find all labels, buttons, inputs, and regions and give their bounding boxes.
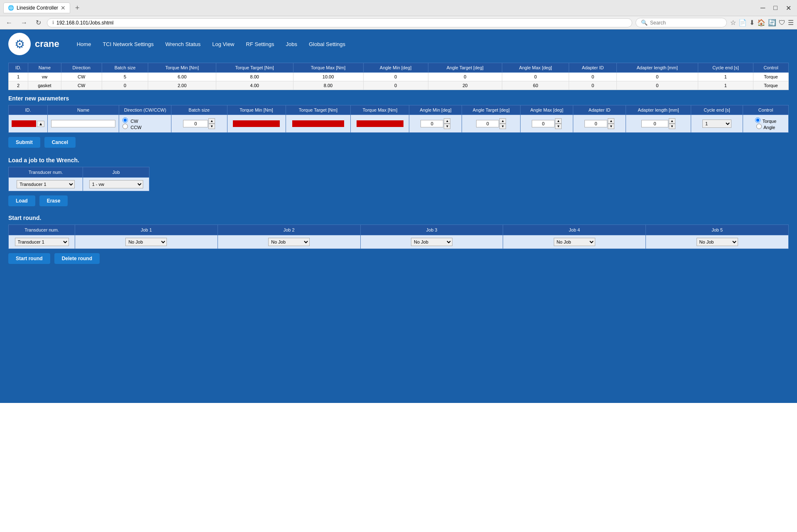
- torque-target-input[interactable]: [292, 120, 345, 127]
- torque-text: Torque: [763, 119, 777, 124]
- download-icon[interactable]: ⬇: [749, 19, 755, 27]
- browser-tab[interactable]: 🌐 Lineside Controller ✕: [3, 2, 70, 13]
- form-col-direction: Direction (CW/CCW): [119, 105, 171, 115]
- nav-rf-settings[interactable]: RF Settings: [245, 39, 275, 49]
- torque-max-input[interactable]: [357, 120, 403, 127]
- home-icon[interactable]: 🏠: [757, 19, 765, 27]
- col-torque-max: Torque Max [Nm]: [293, 63, 363, 73]
- nav-tci-network-settings[interactable]: TCI Network Settings: [102, 39, 154, 49]
- col-id: ID.: [9, 63, 28, 73]
- adapter-length-down[interactable]: ▼: [669, 124, 675, 129]
- angle-max-up[interactable]: ▲: [555, 118, 562, 124]
- load-button[interactable]: Load: [8, 195, 35, 206]
- round-transducer-select[interactable]: Transducer 1 Transducer 2: [15, 238, 69, 246]
- adapter-length-input[interactable]: [641, 120, 668, 127]
- angle-min-down[interactable]: ▼: [444, 124, 450, 129]
- round-job2-cell: No Job 1 - vw 2 - gasket: [218, 235, 360, 249]
- round-col-job1: Job 1: [75, 225, 218, 235]
- load-job-select[interactable]: 1 - vw 2 - gasket: [89, 180, 143, 188]
- id-input[interactable]: [12, 120, 37, 127]
- bookmark-star-icon[interactable]: ☆: [730, 19, 736, 27]
- load-col-job: Job: [83, 167, 149, 178]
- load-transducer-select[interactable]: Transducer 1 Transducer 2: [17, 180, 75, 188]
- angle-target-input[interactable]: [476, 120, 499, 127]
- torque-min-input[interactable]: [233, 120, 279, 127]
- torque-radio[interactable]: [755, 117, 760, 123]
- angle-target-down[interactable]: ▼: [499, 124, 506, 129]
- adapter-id-input[interactable]: [584, 120, 607, 127]
- nav-home[interactable]: Home: [76, 39, 92, 49]
- url-bar[interactable]: ℹ: [47, 18, 632, 27]
- torque-control-label[interactable]: Torque: [745, 117, 787, 124]
- adapter-length-up[interactable]: ▲: [669, 118, 675, 124]
- form-adapter-id-cell: ▲ ▼: [573, 115, 626, 133]
- adapter-id-down[interactable]: ▼: [608, 124, 614, 129]
- form-col-torque-max: Torque Max [Nm]: [351, 105, 409, 115]
- nav-global-settings[interactable]: Global Settings: [308, 39, 346, 49]
- nav-jobs[interactable]: Jobs: [285, 39, 298, 49]
- form-cycle-end-cell: 1 2 3: [691, 115, 743, 133]
- round-job4-cell: No Job 1 - vw 2 - gasket: [503, 235, 646, 249]
- cycle-end-select[interactable]: 1 2 3: [702, 120, 731, 128]
- cw-radio[interactable]: [122, 117, 128, 123]
- form-col-control: Control: [743, 105, 789, 115]
- round-job3-select[interactable]: No Job 1 - vw 2 - gasket: [411, 238, 452, 246]
- cw-label[interactable]: CW: [122, 117, 167, 124]
- shield-icon[interactable]: 🛡: [779, 19, 785, 27]
- form-col-angle-target: Angle Target [deg]: [462, 105, 521, 115]
- delete-round-button[interactable]: Delete round: [54, 253, 100, 264]
- jobs-table: ID. Name Direction Batch size Torque Min…: [8, 63, 789, 90]
- logo-area: ⚙: [8, 33, 31, 55]
- reader-view-icon[interactable]: 📄: [738, 19, 747, 27]
- search-input[interactable]: [650, 20, 712, 26]
- batch-spin-up[interactable]: ▲: [208, 118, 215, 124]
- search-bar[interactable]: 🔍: [636, 18, 727, 27]
- angle-max-input[interactable]: [532, 120, 555, 127]
- nav-wrench-status[interactable]: Wrench Status: [164, 39, 201, 49]
- round-job1-select[interactable]: No Job 1 - vw 2 - gasket: [125, 238, 167, 246]
- table-cell: 8.00: [216, 73, 293, 81]
- form-direction-cell: CW CCW: [119, 115, 171, 133]
- tab-close-button[interactable]: ✕: [61, 5, 66, 11]
- refresh-button[interactable]: ↻: [33, 18, 44, 27]
- table-cell: 6.00: [148, 73, 216, 81]
- angle-min-up[interactable]: ▲: [444, 118, 450, 124]
- app-wrapper: ⚙ crane Home TCI Network Settings Wrench…: [0, 29, 797, 403]
- close-window-button[interactable]: ✕: [783, 3, 794, 13]
- angle-control-label[interactable]: Angle: [745, 124, 787, 130]
- table-cell: 1: [698, 81, 753, 90]
- menu-icon[interactable]: ☰: [788, 19, 794, 27]
- ccw-text: CCW: [131, 125, 142, 130]
- minimize-button[interactable]: ─: [758, 3, 768, 12]
- logo-crane-text: crane: [35, 39, 59, 49]
- load-job-header: Load a job to the Wrench.: [8, 152, 789, 167]
- angle-target-up[interactable]: ▲: [499, 118, 506, 124]
- angle-max-down[interactable]: ▼: [555, 124, 562, 129]
- back-button[interactable]: ←: [3, 18, 15, 27]
- round-job5-select[interactable]: No Job 1 - vw 2 - gasket: [697, 238, 738, 246]
- submit-button[interactable]: Submit: [8, 137, 40, 148]
- round-job4-select[interactable]: No Job 1 - vw 2 - gasket: [554, 238, 595, 246]
- erase-button[interactable]: Erase: [39, 195, 68, 206]
- table-cell: 1: [698, 73, 753, 81]
- form-col-batch: Batch size: [171, 105, 227, 115]
- forward-button[interactable]: →: [18, 18, 30, 27]
- sync-icon[interactable]: 🔄: [768, 19, 776, 27]
- window-controls: ─ □ ✕: [758, 3, 794, 13]
- round-job2-select[interactable]: No Job 1 - vw 2 - gasket: [268, 238, 310, 246]
- new-tab-button[interactable]: +: [73, 4, 82, 12]
- url-input[interactable]: [56, 20, 627, 26]
- name-input[interactable]: [51, 120, 115, 127]
- cancel-button[interactable]: Cancel: [44, 137, 76, 148]
- angle-min-input[interactable]: [421, 120, 443, 127]
- ccw-radio[interactable]: [122, 124, 128, 129]
- maximize-button[interactable]: □: [771, 3, 780, 12]
- batch-spin-down[interactable]: ▼: [208, 124, 215, 129]
- ccw-label[interactable]: CCW: [122, 124, 167, 130]
- angle-radio[interactable]: [756, 124, 762, 129]
- batch-input[interactable]: [183, 120, 208, 127]
- start-round-button[interactable]: Start round: [8, 253, 50, 264]
- adapter-id-up[interactable]: ▲: [608, 118, 614, 124]
- nav-log-view[interactable]: Log View: [211, 39, 235, 49]
- id-spin-up[interactable]: ▲: [37, 121, 44, 127]
